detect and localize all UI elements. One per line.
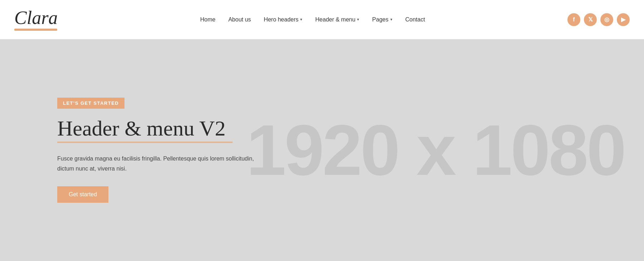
nav-item-home[interactable]: Home bbox=[200, 16, 216, 23]
nav-item-pages[interactable]: Pages ▾ bbox=[372, 16, 392, 23]
hero-title-underline bbox=[57, 142, 233, 143]
nav-item-header-menu[interactable]: Header & menu ▾ bbox=[315, 16, 359, 23]
facebook-icon[interactable]: f bbox=[567, 13, 580, 26]
nav-label-home: Home bbox=[200, 16, 216, 23]
hero-watermark: 1920 x 1080 bbox=[247, 109, 625, 191]
chevron-down-icon: ▾ bbox=[390, 17, 392, 22]
nav-label-hero-headers: Hero headers bbox=[264, 16, 298, 23]
nav-label-about: About us bbox=[228, 16, 251, 23]
logo-underline bbox=[14, 29, 57, 31]
instagram-icon[interactable]: ◎ bbox=[600, 13, 613, 26]
twitter-icon[interactable]: 𝕏 bbox=[584, 13, 597, 26]
nav-item-contact[interactable]: Contact bbox=[405, 16, 425, 23]
hero-description: Fusce gravida magna eu facilisis fringil… bbox=[57, 154, 258, 173]
chevron-down-icon: ▾ bbox=[357, 17, 359, 22]
hero-section: 1920 x 1080 LET'S GET STARTED Header & m… bbox=[0, 39, 644, 261]
nav-label-pages: Pages bbox=[372, 16, 388, 23]
youtube-icon[interactable]: ▶ bbox=[617, 13, 630, 26]
nav-label-header-menu: Header & menu bbox=[315, 16, 355, 23]
main-nav: Home About us Hero headers ▾ Header & me… bbox=[200, 16, 425, 23]
site-header: Clara Home About us Hero headers ▾ Heade… bbox=[0, 0, 644, 39]
logo-text: Clara bbox=[14, 9, 58, 27]
get-started-button[interactable]: Get started bbox=[57, 186, 108, 203]
nav-item-hero-headers[interactable]: Hero headers ▾ bbox=[264, 16, 302, 23]
social-icons-group: f 𝕏 ◎ ▶ bbox=[567, 13, 630, 26]
nav-label-contact: Contact bbox=[405, 16, 425, 23]
hero-content: LET'S GET STARTED Header & menu V2 Fusce… bbox=[57, 98, 258, 202]
hero-title: Header & menu V2 bbox=[57, 117, 258, 140]
hero-badge: LET'S GET STARTED bbox=[57, 98, 125, 109]
logo[interactable]: Clara bbox=[14, 9, 58, 31]
chevron-down-icon: ▾ bbox=[300, 17, 302, 22]
nav-item-about[interactable]: About us bbox=[228, 16, 251, 23]
